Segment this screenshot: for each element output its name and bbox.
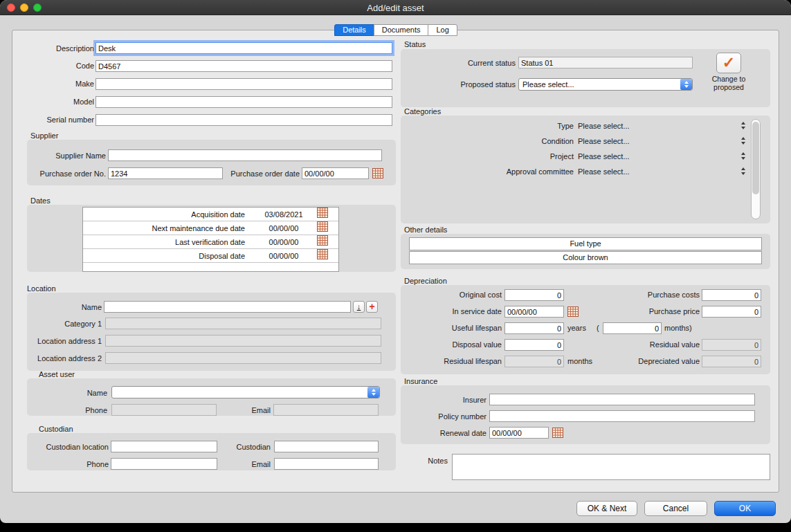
scrollbar-thumb[interactable]	[752, 122, 759, 194]
original-cost-label: Original cost	[401, 291, 502, 299]
residual-value-field	[702, 339, 761, 351]
serial-number-field[interactable]	[96, 114, 392, 126]
asset-user-name-select[interactable]	[111, 386, 380, 398]
calendar-icon[interactable]	[372, 168, 383, 178]
make-field[interactable]	[96, 78, 392, 90]
ok-button[interactable]: OK	[714, 501, 776, 516]
location-address1-label: Location address 1	[30, 337, 102, 345]
years-suffix: years	[567, 324, 586, 332]
renewal-date-field[interactable]	[489, 427, 549, 439]
stepper-icon[interactable]	[740, 120, 747, 131]
dates-group: Acquisition date 03/08/2021 Next mainten…	[27, 205, 396, 272]
lifespan-months-field[interactable]	[603, 322, 662, 334]
next-maintenance-date-value[interactable]: 00/00/00	[251, 224, 317, 232]
custodian-label: Custodian	[212, 443, 271, 451]
notes-field[interactable]	[452, 454, 770, 480]
category-project-label: Project	[401, 152, 574, 160]
tab-bar: Details Documents Log	[0, 24, 791, 36]
code-field[interactable]	[96, 60, 392, 72]
months-suffix: months	[567, 357, 592, 365]
stepper-icon[interactable]	[740, 136, 747, 146]
other-detail-row[interactable]: Colour brown	[409, 251, 762, 264]
purchase-price-field[interactable]	[702, 306, 761, 318]
custodian-phone-field[interactable]	[111, 458, 217, 470]
useful-lifespan-field[interactable]	[504, 322, 564, 334]
custodian-email-field[interactable]	[274, 458, 379, 470]
date-row: Disposal date 00/00/00	[83, 249, 338, 263]
custodian-phone-label: Phone	[30, 460, 109, 468]
category-condition-value[interactable]: Please select...	[578, 137, 630, 145]
add-location-button[interactable]: +	[366, 301, 378, 313]
in-service-date-field[interactable]	[504, 306, 564, 318]
in-service-date-label: In service date	[401, 307, 502, 315]
category-approval-committee-label: Approval committee	[401, 167, 574, 176]
stepper-icon[interactable]	[740, 151, 747, 161]
status-group-title: Status	[404, 40, 426, 48]
custodian-group-title: Custodian	[39, 425, 73, 433]
model-field[interactable]	[96, 96, 392, 108]
date-row: Next maintenance due date 00/00/00	[83, 221, 338, 235]
calendar-icon[interactable]	[567, 306, 579, 317]
date-row: Last verification date 00/00/00	[83, 235, 338, 249]
location-group: Name ↓ + Category 1 Location address 1 L…	[27, 293, 396, 371]
description-field[interactable]	[96, 42, 392, 54]
asset-user-group-title: Asset user	[39, 370, 75, 378]
purchase-costs-field[interactable]	[702, 289, 761, 301]
category-project-value[interactable]: Please select...	[578, 152, 630, 160]
description-label: Description	[14, 44, 94, 53]
categories-group: Type Please select... Condition Please s…	[401, 116, 770, 223]
purchase-order-no-field[interactable]	[108, 167, 223, 179]
asset-user-phone-label: Phone	[30, 406, 107, 414]
purchase-order-date-field[interactable]	[302, 167, 369, 179]
cancel-button[interactable]: Cancel	[644, 501, 707, 516]
disposal-value-label: Disposal value	[401, 340, 502, 349]
acquisition-date-value[interactable]: 03/08/2021	[251, 210, 317, 219]
location-group-title: Location	[27, 284, 56, 293]
dates-group-title: Dates	[30, 196, 51, 205]
calendar-icon[interactable]	[317, 235, 328, 248]
asset-user-phone-field	[111, 404, 217, 416]
calendar-icon[interactable]	[552, 428, 563, 438]
title-bar: Add/edit asset	[0, 0, 791, 15]
calendar-icon[interactable]	[317, 221, 328, 235]
custodian-location-label: Custodian location	[30, 443, 109, 451]
category-type-label: Type	[401, 122, 574, 130]
proposed-status-select[interactable]: Please select...	[518, 78, 693, 91]
calendar-icon[interactable]	[317, 249, 328, 262]
policy-number-field[interactable]	[489, 410, 755, 422]
stepper-icon[interactable]	[740, 166, 747, 176]
proposed-status-label: Proposed status	[415, 80, 516, 89]
supplier-name-field[interactable]	[108, 149, 382, 161]
custodian-field[interactable]	[274, 441, 379, 452]
category-type-value[interactable]: Please select...	[578, 122, 630, 130]
category-approval-committee-value[interactable]: Please select...	[578, 167, 630, 176]
purchase-order-date-label: Purchase order date	[226, 169, 300, 178]
custodian-group: Custodian location Custodian Phone Email	[27, 433, 396, 470]
proposed-status-value: Please select...	[519, 80, 680, 89]
notes-label: Notes	[417, 457, 448, 465]
insurance-group: Insurer Policy number Renewal date	[401, 385, 770, 444]
date-row-empty	[83, 263, 338, 271]
insurer-field[interactable]	[489, 394, 755, 405]
other-detail-row[interactable]: Fuel type	[409, 237, 762, 250]
tab-details[interactable]: Details	[334, 24, 374, 36]
disposal-value-field[interactable]	[504, 339, 564, 351]
ok-and-next-button[interactable]: OK & Next	[576, 501, 637, 516]
tab-documents[interactable]: Documents	[374, 24, 429, 36]
calendar-icon[interactable]	[317, 208, 328, 221]
add-edit-asset-window: Add/edit asset Description Code Make Mod…	[0, 0, 791, 523]
categories-scrollbar[interactable]	[751, 119, 761, 219]
asset-user-email-label: Email	[228, 406, 271, 414]
change-to-proposed-button[interactable]: ✓	[716, 53, 741, 73]
tab-log[interactable]: Log	[428, 24, 457, 36]
custodian-location-field[interactable]	[111, 441, 217, 452]
depreciated-value-field	[702, 356, 761, 367]
disposal-date-value[interactable]: 00/00/00	[251, 252, 317, 260]
disposal-date-label: Disposal date	[83, 252, 251, 260]
renewal-date-label: Renewal date	[401, 429, 487, 437]
last-verification-date-value[interactable]: 00/00/00	[251, 238, 317, 246]
original-cost-field[interactable]	[504, 289, 564, 301]
location-name-field[interactable]	[104, 301, 351, 313]
insurer-label: Insurer	[401, 396, 487, 404]
location-lookup-button[interactable]: ↓	[353, 301, 365, 313]
